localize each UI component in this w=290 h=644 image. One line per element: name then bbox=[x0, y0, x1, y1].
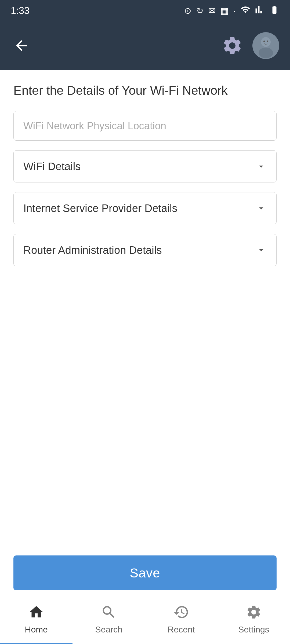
header bbox=[0, 21, 290, 70]
nav-recent[interactable]: Recent bbox=[145, 593, 218, 644]
nav-settings[interactable]: Settings bbox=[218, 593, 290, 644]
isp-details-dropdown[interactable]: Internet Service Provider Details bbox=[13, 192, 277, 224]
isp-details-dropdown-container: Internet Service Provider Details bbox=[13, 192, 277, 224]
nav-home[interactable]: Home bbox=[0, 593, 73, 644]
signal-icon bbox=[255, 5, 265, 17]
home-icon bbox=[27, 603, 46, 621]
gmail-icon: ✉ bbox=[208, 6, 216, 16]
isp-details-label: Internet Service Provider Details bbox=[23, 202, 177, 214]
router-details-dropdown[interactable]: Router Administration Details bbox=[13, 234, 277, 266]
nav-settings-label: Settings bbox=[238, 625, 269, 635]
wifi-location-input-container bbox=[13, 111, 277, 141]
router-details-label: Router Administration Details bbox=[23, 244, 162, 256]
router-details-dropdown-container: Router Administration Details bbox=[13, 234, 277, 266]
main-content: Enter the Details of Your Wi-Fi Network … bbox=[0, 70, 290, 266]
save-button[interactable]: Save bbox=[13, 555, 277, 590]
nav-search-label: Search bbox=[95, 625, 122, 635]
svg-point-3 bbox=[267, 41, 268, 42]
back-button[interactable] bbox=[11, 35, 32, 56]
nav-home-label: Home bbox=[25, 625, 48, 635]
status-bar: 1:33 ⊙ ↻ ✉ ▦ · bbox=[0, 0, 290, 21]
battery-icon bbox=[270, 5, 279, 17]
user-avatar[interactable] bbox=[252, 32, 279, 59]
messenger-icon: ⊙ bbox=[184, 6, 191, 16]
dot-icon: · bbox=[233, 6, 236, 16]
wifi-icon bbox=[241, 5, 250, 17]
svg-point-2 bbox=[263, 41, 265, 42]
wifi-location-input[interactable] bbox=[13, 111, 277, 141]
sync-icon: ↻ bbox=[196, 6, 204, 16]
recent-icon bbox=[172, 603, 191, 621]
nav-recent-label: Recent bbox=[168, 625, 195, 635]
svg-point-0 bbox=[261, 37, 271, 47]
save-button-container: Save bbox=[13, 555, 277, 590]
svg-point-1 bbox=[259, 47, 273, 58]
wifi-details-dropdown-container: WiFi Details bbox=[13, 150, 277, 182]
status-time: 1:33 bbox=[11, 5, 30, 16]
wifi-details-dropdown[interactable]: WiFi Details bbox=[13, 150, 277, 182]
router-details-chevron-icon bbox=[256, 245, 267, 255]
page-title: Enter the Details of Your Wi-Fi Network bbox=[13, 83, 277, 98]
nav-home-underline bbox=[0, 643, 73, 644]
status-icons: ⊙ ↻ ✉ ▦ · bbox=[184, 5, 279, 17]
wifi-details-chevron-icon bbox=[256, 161, 267, 172]
isp-details-chevron-icon bbox=[256, 203, 267, 214]
search-icon bbox=[99, 603, 118, 621]
nav-search[interactable]: Search bbox=[73, 593, 145, 644]
settings-wheel-button[interactable] bbox=[220, 34, 244, 58]
calendar-icon: ▦ bbox=[220, 6, 229, 16]
header-right bbox=[220, 32, 279, 59]
settings-icon bbox=[244, 603, 263, 621]
bottom-navigation: Home Search Recent Settings bbox=[0, 593, 290, 644]
wifi-details-label: WiFi Details bbox=[23, 160, 81, 173]
